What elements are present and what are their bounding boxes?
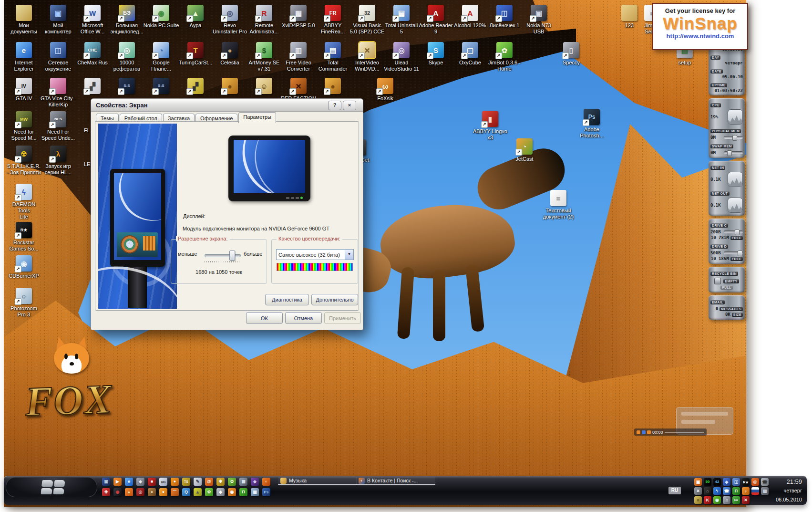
tray-icon[interactable]: ⌂ (704, 487, 711, 495)
desktop-icon[interactable]: e Internet Explorer (6, 42, 42, 72)
desktop-icon[interactable]: ✿ ↗ JimBot 0.3.6 - Home (486, 42, 523, 72)
desktop-icon[interactable]: IV ↗ GTA IV (6, 78, 42, 102)
color-quality-combobox[interactable]: Самое высокое (32 бита) ▼ (276, 249, 354, 260)
desktop-icon[interactable]: ▲ ↗ Аура (177, 5, 214, 29)
desktop-icon[interactable]: ● ↗ Celestia (212, 42, 248, 66)
quick-launch-icon[interactable]: TS (182, 478, 190, 486)
desktop-icon[interactable]: ☺ ↗ (246, 78, 282, 94)
desktop-icon[interactable]: Мои документы (6, 5, 42, 35)
quick-launch-icon[interactable]: ◆ (136, 478, 144, 486)
quick-launch-icon[interactable]: 321 (159, 478, 167, 486)
quick-launch-icon[interactable]: ✚ (102, 488, 110, 496)
quick-launch-icon[interactable]: ● (148, 488, 156, 496)
tray-icon[interactable]: 50 (704, 478, 711, 486)
quick-launch-icon[interactable]: ■ (148, 478, 156, 486)
desktop-icon[interactable]: ◔ ↗ Google Плане... (143, 42, 179, 72)
desktop-icon[interactable]: ☢ ↗ S.T.A.L.K.E.R. - Зов Припяти (6, 146, 42, 176)
taskbar-task-browser[interactable]: ◐ В Контакте | Поиск -... (356, 477, 435, 485)
desktop-icon[interactable]: ◎ ↗ Ulead VideoStudio 11 (383, 42, 420, 72)
desktop-icon[interactable]: ▣ ↗ Nokia N73 USB (521, 5, 557, 35)
tray-icon[interactable]: ▤ (761, 487, 769, 495)
quick-launch-icon[interactable]: ◐ (262, 478, 270, 486)
resolution-slider-thumb[interactable] (229, 251, 235, 261)
quick-launch-icon[interactable]: П (239, 488, 247, 496)
quick-launch-icon[interactable]: ◉ (113, 488, 122, 496)
tray-icon[interactable]: ≡ (694, 496, 702, 504)
quick-launch-icon[interactable]: ✱ (216, 478, 225, 486)
desktop-icon[interactable]: ◫ Сетевое окружение (40, 42, 76, 72)
desktop-icon[interactable]: S:S ↗ (109, 78, 145, 94)
player-prev-button[interactable] (637, 430, 640, 434)
dialog-titlebar[interactable]: Свойства: Экран ? × (91, 99, 363, 112)
dialog-tab[interactable]: Параметры (238, 112, 276, 123)
tray-icon[interactable]: ▣ (694, 478, 702, 486)
quick-launch-icon[interactable]: ▶ (113, 478, 122, 486)
quick-launch-icon[interactable]: ⌒ (171, 488, 179, 496)
tray-icon[interactable]: @ (751, 478, 759, 486)
desktop-icon[interactable]: ▤ ↗ Total Uninstall 5 (383, 5, 420, 35)
desktop-icon[interactable]: NFS ↗ Need For Speed Unde... (40, 111, 76, 141)
desktop-icon[interactable]: Ps ↗ Adobe Photosh... (574, 109, 610, 139)
desktop-icon[interactable]: T ↗ TuningCarSt... (177, 42, 214, 66)
language-indicator[interactable]: RU (668, 487, 681, 494)
desktop-icon[interactable]: ▥ ↗ Free Video Converter (280, 42, 317, 72)
tray-icon[interactable] (751, 487, 759, 495)
quick-launch-icon[interactable]: e (125, 478, 133, 486)
player-play-button[interactable] (642, 430, 646, 434)
help-button[interactable]: ? (328, 101, 341, 110)
close-button[interactable]: × (343, 101, 356, 110)
quick-launch-icon[interactable]: ◆ (251, 478, 259, 486)
player-progress[interactable] (665, 432, 704, 433)
quick-launch-icon[interactable]: ◎ (136, 488, 144, 496)
desktop-icon[interactable]: ● ↗ (212, 78, 248, 94)
desktop-icon[interactable]: CHE ↗ CheMax Rus (74, 42, 111, 66)
desktop-icon[interactable]: λ ↗ Запуск игр серии HL... (40, 146, 76, 176)
tray-icon[interactable]: ↦ (732, 496, 740, 504)
quick-launch-icon[interactable]: ● (159, 488, 167, 496)
desktop-icon[interactable]: ✕ ↗ InterVideo WinDVD... (349, 42, 385, 72)
tray-icon[interactable]: П (732, 487, 740, 495)
tray-icon[interactable]: ✕ (694, 487, 702, 495)
mini-player-bar[interactable]: 00:00 (634, 428, 707, 436)
quick-launch-icon[interactable]: ● (171, 478, 179, 486)
desktop-icon[interactable]: БЭ ↗ Большая энциклопед... (109, 5, 145, 35)
quick-launch-icon[interactable]: Ps (262, 488, 270, 496)
desktop-icon[interactable]: ω ↗ FoXsik (367, 78, 403, 102)
desktop-icon[interactable]: ● ↗ (315, 78, 351, 94)
desktop-icon[interactable]: ▞ ↗ (177, 78, 214, 94)
desktop-icon[interactable]: ◔ ↗ JetCast (506, 138, 543, 162)
cancel-button[interactable]: Отмена (285, 312, 322, 324)
desktop-icon[interactable]: ◫ ↗ Лисёночек 1 (486, 5, 523, 29)
tray-icon[interactable]: 42 (713, 478, 721, 486)
player-next-button[interactable] (647, 430, 651, 434)
chevron-down-icon[interactable]: ▼ (345, 250, 353, 260)
recycle-bin-icon[interactable] (714, 278, 721, 284)
desktop-icon[interactable]: R ↗ Remote Administra... (246, 5, 282, 35)
desktop-icon[interactable]: S:S ↗ (143, 78, 179, 94)
quick-launch-icon[interactable]: ✎ (194, 478, 202, 486)
desktop-icon[interactable]: ▮ ↗ ABBYY Lingvo x3 (472, 111, 508, 141)
desktop-icon[interactable]: ◉ ↗ CDBurnerXP (6, 255, 42, 279)
tray-icon[interactable]: ☎ (723, 487, 730, 495)
desktop-icon[interactable]: ◎ ↗ Revo Uninstaller Pro (212, 5, 248, 35)
desktop-icon[interactable]: W ↗ Microsoft Office W... (74, 5, 111, 35)
tray-icon[interactable]: ✕ (742, 496, 750, 504)
desktop-icon[interactable]: A ↗ Alcohol 120% (452, 5, 488, 29)
desktop-icon[interactable]: ◉ ↗ Nokia PC Suite (143, 5, 179, 29)
tray-icon[interactable]: ϟ (713, 487, 721, 495)
desktop-icon[interactable]: ○ ↗ Photozoom Pro 3 (6, 288, 42, 318)
ok-button[interactable]: ОК (246, 312, 283, 324)
tray-icon[interactable]: ♪ (742, 487, 750, 495)
advanced-button[interactable]: Дополнительно (311, 294, 358, 305)
desktop-icon[interactable]: MW ↗ Need for Speed M... (6, 111, 42, 141)
quick-launch-icon[interactable]: Q (182, 488, 190, 496)
desktop-icon[interactable]: ϟ ↗ DAEMON Tools Lite (6, 184, 42, 220)
quick-launch-icon[interactable]: ◆ (216, 488, 225, 496)
desktop-icon[interactable]: ▣ Мой компьютер (40, 5, 76, 35)
quick-launch-icon[interactable]: ▦ (251, 488, 259, 496)
desktop-icon[interactable]: ▯ ↗ Speccy (553, 42, 589, 66)
desktop-icon[interactable]: R★ ↗ Rockstar Games So... (6, 222, 42, 252)
tray-icon[interactable]: R★ (742, 478, 750, 486)
tray-icon[interactable]: ◉ (713, 496, 721, 504)
taskbar-clock[interactable]: 21:59 четверг 06.05.2010 (776, 477, 802, 504)
